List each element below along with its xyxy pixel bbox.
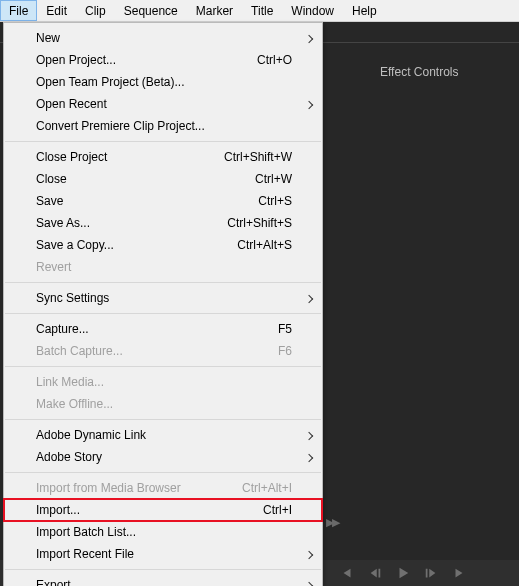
- menuitem-capture[interactable]: Capture...F5: [4, 318, 322, 340]
- menuitem-import[interactable]: Import...Ctrl+I: [4, 499, 322, 521]
- menuitem-save-a-copy[interactable]: Save a Copy...Ctrl+Alt+S: [4, 234, 322, 256]
- submenu-indicator-icon: [306, 31, 312, 45]
- menuitem-label: Export: [36, 578, 292, 586]
- menuitem-save-as[interactable]: Save As...Ctrl+Shift+S: [4, 212, 322, 234]
- menuitem-label: Batch Capture...: [36, 344, 278, 358]
- menuitem-open-recent[interactable]: Open Recent: [4, 93, 322, 115]
- submenu-indicator-icon: [306, 547, 312, 561]
- menuitem-label: Convert Premiere Clip Project...: [36, 119, 292, 133]
- menuitem-import-from-media-browser: Import from Media BrowserCtrl+Alt+I: [4, 477, 322, 499]
- menuitem-shortcut: Ctrl+Shift+S: [227, 216, 292, 230]
- menu-title[interactable]: Title: [242, 0, 282, 21]
- effect-controls-tab[interactable]: Effect Controls: [380, 65, 458, 79]
- step-forward-icon[interactable]: [424, 566, 438, 580]
- file-menu-dropdown: NewOpen Project...Ctrl+OOpen Team Projec…: [3, 22, 323, 586]
- menuitem-label: Open Recent: [36, 97, 292, 111]
- menuitem-label: Save a Copy...: [36, 238, 237, 252]
- menu-clip[interactable]: Clip: [76, 0, 115, 21]
- menuitem-revert: Revert: [4, 256, 322, 278]
- app-window: FileEditClipSequenceMarkerTitleWindowHel…: [0, 0, 519, 586]
- menuitem-label: Open Project...: [36, 53, 257, 67]
- menuitem-make-offline: Make Offline...: [4, 393, 322, 415]
- menuitem-label: Import...: [36, 503, 263, 517]
- menu-bar: FileEditClipSequenceMarkerTitleWindowHel…: [0, 0, 519, 22]
- menuitem-shortcut: Ctrl+Shift+W: [224, 150, 292, 164]
- menuitem-shortcut: F6: [278, 344, 292, 358]
- menuitem-label: Make Offline...: [36, 397, 292, 411]
- menuitem-close-project[interactable]: Close ProjectCtrl+Shift+W: [4, 146, 322, 168]
- menu-file[interactable]: File: [0, 0, 37, 21]
- menuitem-import-batch-list[interactable]: Import Batch List...: [4, 521, 322, 543]
- menuitem-label: Revert: [36, 260, 292, 274]
- menuitem-label: Save As...: [36, 216, 227, 230]
- submenu-indicator-icon: [306, 450, 312, 464]
- menuitem-open-team-project-beta[interactable]: Open Team Project (Beta)...: [4, 71, 322, 93]
- menuitem-shortcut: Ctrl+S: [258, 194, 292, 208]
- menuitem-label: Close Project: [36, 150, 224, 164]
- menuitem-label: Save: [36, 194, 258, 208]
- menuitem-shortcut: Ctrl+O: [257, 53, 292, 67]
- menuitem-link-media: Link Media...: [4, 371, 322, 393]
- menuitem-label: Import from Media Browser: [36, 481, 242, 495]
- menuitem-label: Sync Settings: [36, 291, 292, 305]
- menuitem-label: Adobe Story: [36, 450, 292, 464]
- menu-window[interactable]: Window: [282, 0, 343, 21]
- submenu-indicator-icon: [306, 291, 312, 305]
- menuitem-import-recent-file[interactable]: Import Recent File: [4, 543, 322, 565]
- menuitem-shortcut: Ctrl+Alt+S: [237, 238, 292, 252]
- play-icon[interactable]: [396, 566, 410, 580]
- submenu-indicator-icon: [306, 97, 312, 111]
- menuitem-shortcut: F5: [278, 322, 292, 336]
- menuitem-convert-premiere-clip-project[interactable]: Convert Premiere Clip Project...: [4, 115, 322, 137]
- go-to-in-icon[interactable]: [340, 566, 354, 580]
- menuitem-label: Close: [36, 172, 255, 186]
- menuitem-label: Open Team Project (Beta)...: [36, 75, 292, 89]
- panel-overflow-icon[interactable]: ▶▶: [326, 516, 338, 529]
- menu-marker[interactable]: Marker: [187, 0, 242, 21]
- menuitem-adobe-dynamic-link[interactable]: Adobe Dynamic Link: [4, 424, 322, 446]
- submenu-indicator-icon: [306, 428, 312, 442]
- menuitem-close[interactable]: CloseCtrl+W: [4, 168, 322, 190]
- menuitem-open-project[interactable]: Open Project...Ctrl+O: [4, 49, 322, 71]
- menuitem-adobe-story[interactable]: Adobe Story: [4, 446, 322, 468]
- menu-sequence[interactable]: Sequence: [115, 0, 187, 21]
- menuitem-label: Adobe Dynamic Link: [36, 428, 292, 442]
- step-back-icon[interactable]: [368, 566, 382, 580]
- menu-help[interactable]: Help: [343, 0, 386, 21]
- menuitem-label: Link Media...: [36, 375, 292, 389]
- submenu-indicator-icon: [306, 578, 312, 586]
- menuitem-export[interactable]: Export: [4, 574, 322, 586]
- menuitem-label: Import Batch List...: [36, 525, 292, 539]
- go-to-out-icon[interactable]: [452, 566, 466, 580]
- menuitem-shortcut: Ctrl+I: [263, 503, 292, 517]
- menuitem-sync-settings[interactable]: Sync Settings: [4, 287, 322, 309]
- menuitem-label: Import Recent File: [36, 547, 292, 561]
- menuitem-new[interactable]: New: [4, 27, 322, 49]
- menuitem-save[interactable]: SaveCtrl+S: [4, 190, 322, 212]
- menuitem-shortcut: Ctrl+W: [255, 172, 292, 186]
- menuitem-label: New: [36, 31, 292, 45]
- menuitem-label: Capture...: [36, 322, 278, 336]
- menuitem-batch-capture: Batch Capture...F6: [4, 340, 322, 362]
- menu-edit[interactable]: Edit: [37, 0, 76, 21]
- menuitem-shortcut: Ctrl+Alt+I: [242, 481, 292, 495]
